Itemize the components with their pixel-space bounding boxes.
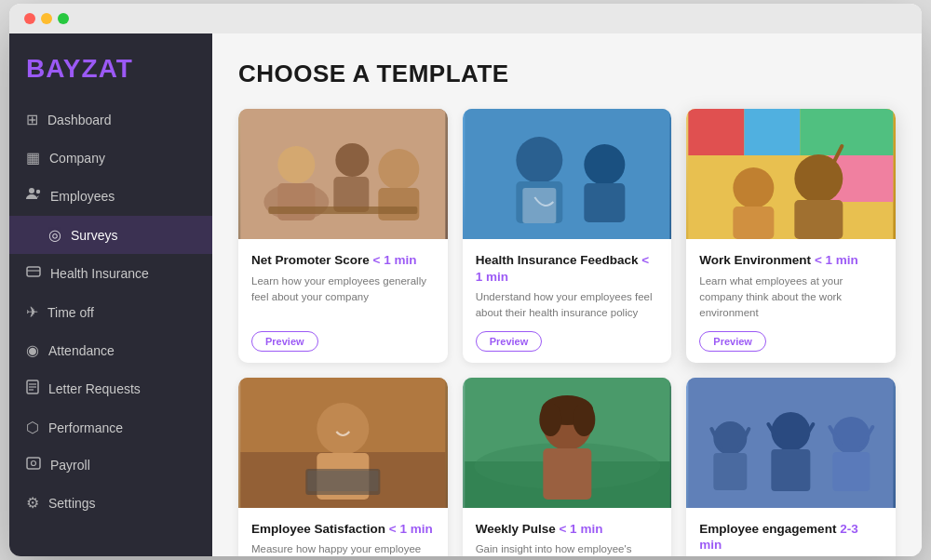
surveys-icon: ◎ [48,226,61,244]
settings-icon: ⚙ [26,494,39,512]
card-image-engagement [686,378,896,508]
template-card-satisfaction: Employee Satisfaction < 1 min Measure ho… [238,378,448,556]
svg-rect-17 [378,188,419,220]
preview-button-nps[interactable]: Preview [251,331,318,352]
dashboard-icon: ⊞ [26,111,38,128]
template-card-weekly-pulse: Weekly Pulse < 1 min Gain insight into h… [463,378,672,556]
sidebar-item-dashboard[interactable]: ⊞ Dashboard [9,100,212,139]
svg-rect-8 [27,458,40,469]
sidebar-item-employees[interactable]: Employees [9,177,212,216]
svg-point-46 [539,403,561,436]
svg-rect-40 [307,471,378,491]
svg-rect-59 [833,452,870,491]
template-card-engagement: Employee engagement 2-3 min Learn how co… [686,378,896,556]
sidebar-item-label: Surveys [71,228,118,243]
sidebar-item-letter-requests[interactable]: Letter Requests [9,369,212,408]
svg-rect-27 [745,109,801,155]
svg-point-58 [833,417,870,454]
browser-window: BAYZAT ⊞ Dashboard ▦ Company Employees [9,4,922,556]
payroll-icon [26,457,41,473]
card-title-nps: Net Promoter Score < 1 min [251,252,435,269]
svg-rect-28 [801,109,894,155]
svg-point-16 [378,149,419,190]
card-image-weekly-pulse [463,378,672,508]
svg-rect-15 [333,177,369,212]
sidebar-item-performance[interactable]: ⬡ Performance [9,408,212,447]
sidebar-item-surveys[interactable]: ◎ Surveys [9,216,212,254]
svg-rect-51 [714,453,748,490]
card-desc-nps: Learn how your employees generally feel … [251,273,435,322]
sidebar-item-attendance[interactable]: ◉ Attendance [9,331,212,369]
template-card-nps: Net Promoter Score < 1 min Learn how you… [238,109,448,363]
card-image-health-feedback [463,109,672,239]
health-insurance-icon [26,264,41,283]
sidebar-item-payroll[interactable]: Payroll [9,447,212,484]
svg-point-9 [32,461,36,466]
svg-point-11 [263,183,329,220]
card-desc-satisfaction: Measure how happy your employee are with… [251,541,435,556]
svg-point-37 [317,403,369,455]
svg-rect-24 [584,183,625,222]
sidebar-item-label: Employees [50,189,115,204]
preview-button-work-environment[interactable]: Preview [699,331,766,352]
card-desc-work-environment: Learn what employees at your company thi… [699,273,883,322]
browser-chrome [9,4,922,33]
sidebar-item-label: Payroll [50,458,90,473]
card-body-engagement: Employee engagement 2-3 min Learn how co… [686,508,896,556]
svg-rect-55 [772,449,811,491]
sidebar-item-company[interactable]: ▦ Company [9,139,212,177]
company-icon: ▦ [26,149,40,167]
page-title: CHOOSE A TEMPLATE [238,60,896,88]
sidebar-item-label: Company [49,151,105,166]
sidebar-item-label: Attendance [48,343,115,358]
svg-rect-33 [795,200,843,239]
letter-requests-icon [26,380,39,398]
sidebar-item-label: Settings [48,496,96,511]
templates-grid: Net Promoter Score < 1 min Learn how you… [238,109,896,556]
sidebar-item-label: Health Insurance [50,266,149,281]
employees-icon [26,187,41,206]
card-image-satisfaction [238,378,448,508]
attendance-icon: ◉ [26,341,39,359]
sidebar-item-label: Time off [47,305,94,320]
svg-point-12 [277,146,315,183]
card-title-engagement: Employee engagement 2-3 min [699,521,883,553]
card-title-weekly-pulse: Weekly Pulse < 1 min [476,521,659,538]
card-body-work-environment: Work Environment < 1 min Learn what empl… [686,239,896,363]
close-dot[interactable] [24,13,35,24]
minimize-dot[interactable] [41,13,52,24]
sidebar-item-label: Letter Requests [48,381,141,396]
svg-point-30 [734,167,775,208]
preview-button-health-feedback[interactable]: Preview [476,331,543,352]
performance-icon: ⬡ [26,419,39,436]
svg-rect-18 [268,207,417,214]
sidebar: BAYZAT ⊞ Dashboard ▦ Company Employees [9,33,212,556]
svg-rect-26 [689,109,745,155]
svg-point-47 [573,403,595,436]
svg-rect-13 [277,183,315,220]
app-container: BAYZAT ⊞ Dashboard ▦ Company Employees [9,33,922,556]
card-desc-health-feedback: Understand how your employees feel about… [476,289,659,322]
card-image-work-environment [686,109,896,239]
card-body-satisfaction: Employee Satisfaction < 1 min Measure ho… [238,508,448,556]
sidebar-nav: ⊞ Dashboard ▦ Company Employees ◎ Survey… [9,100,212,522]
sidebar-item-time-off[interactable]: ✈ Time off [9,293,212,331]
logo: BAYZAT [9,33,212,100]
svg-rect-48 [543,448,591,500]
card-title-satisfaction: Employee Satisfaction < 1 min [251,521,435,538]
maximize-dot[interactable] [58,13,69,24]
template-card-work-environment: Work Environment < 1 min Learn what empl… [686,109,896,363]
sidebar-item-label: Performance [48,420,123,435]
svg-point-14 [335,143,369,177]
sidebar-item-health-insurance[interactable]: Health Insurance [9,254,212,293]
svg-rect-22 [522,188,556,223]
svg-point-20 [516,137,562,183]
sidebar-item-settings[interactable]: ⚙ Settings [9,484,212,522]
card-title-health-feedback: Health Insurance Feedback < 1 min [476,252,659,285]
svg-rect-31 [734,207,775,239]
card-desc-weekly-pulse: Gain insight into how employee's morale … [476,541,659,556]
main-content: CHOOSE A TEMPLATE [212,33,922,556]
time-off-icon: ✈ [26,303,38,321]
svg-rect-2 [27,267,40,276]
svg-rect-19 [465,109,669,239]
